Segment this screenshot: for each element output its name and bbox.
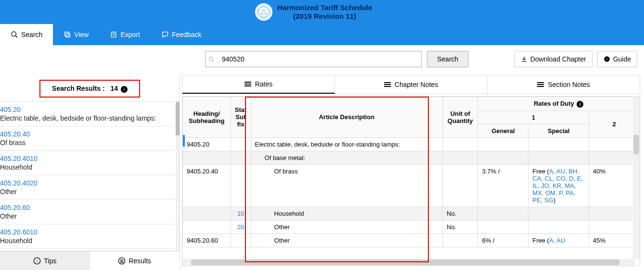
brand: Harmonized Tariff Schedule (2019 Revisio…	[255, 0, 372, 24]
cell-heading: 9405.20	[183, 137, 231, 151]
table-row[interactable]: 9405.20.60 Other 6% / Free (A, AU 45%	[183, 233, 640, 247]
tab-tips-label: Tips	[44, 257, 56, 265]
tab-view-label: View	[74, 31, 89, 38]
cell-col2	[589, 137, 640, 151]
tab-feedback[interactable]: Feedback	[151, 24, 212, 45]
table-row[interactable]: 9405.20.40 Of brass 3.7% / Free (A, AU, …	[183, 164, 640, 207]
list-item[interactable]: 405.20.40 Of brass	[0, 126, 180, 151]
cell-article: Other	[251, 233, 442, 247]
cell-unit	[443, 137, 478, 151]
result-code: 405.20.40	[0, 130, 30, 138]
export-icon	[110, 31, 117, 38]
cell-suffix	[231, 164, 251, 207]
brand-line1: Harmonized Tariff Schedule	[277, 3, 372, 12]
th-one: 1	[478, 110, 589, 124]
tab-section-notes-label: Section Notes	[548, 81, 590, 88]
cell-general: 3.7% /	[478, 164, 528, 207]
left-sidebar: Search Results : 14 i 405.20 Electric ta…	[0, 73, 180, 270]
th-article: Article Description	[251, 97, 442, 138]
download-chapter-label: Download Chapter	[530, 55, 586, 63]
search-results-summary: Search Results : 14 i	[0, 73, 180, 101]
list-item[interactable]: 405.20 Electric table, desk, bedside or …	[0, 102, 180, 126]
result-code: 405.20.6010	[0, 228, 38, 236]
sidebar-scrollbar[interactable]	[176, 102, 180, 251]
download-chapter-button[interactable]: Download Chapter	[515, 51, 592, 67]
cell-col2: 45%	[589, 233, 640, 247]
cell-article: Electric table, desk, bedside or floor-s…	[251, 137, 442, 151]
list-item[interactable]: 405.20.6010 Household	[0, 224, 180, 249]
info-icon: i	[604, 56, 610, 62]
cell-suffix	[231, 137, 251, 151]
svg-line-3	[15, 36, 17, 37]
download-icon	[521, 56, 528, 62]
search-icon	[11, 31, 18, 38]
th-special: Special	[528, 124, 589, 137]
cell-general	[478, 137, 528, 151]
table-row[interactable]: Of base metal:	[183, 151, 640, 164]
tab-section-notes[interactable]: Section Notes	[488, 75, 640, 94]
section-tabs: Rates Chapter Notes Section Notes	[182, 75, 640, 94]
result-desc: Household	[0, 236, 177, 245]
tab-chapter-notes[interactable]: Chapter Notes	[335, 75, 488, 94]
list-item[interactable]: 405.20.4010 Household	[0, 151, 180, 175]
th-unit: Unit of Quantity	[443, 97, 478, 138]
results-list: 405.20 Electric table, desk, bedside or …	[0, 101, 180, 251]
guide-button[interactable]: i Guide	[597, 51, 637, 67]
svg-rect-5	[65, 32, 69, 36]
right-buttons: Download Chapter i Guide	[515, 51, 637, 67]
table-row[interactable]: 10 Household No.	[183, 207, 640, 220]
table-row[interactable]: 9405.20 Electric table, desk, bedside or…	[183, 137, 640, 151]
cell-general: 6% /	[478, 233, 528, 247]
tab-rates[interactable]: Rates	[182, 75, 335, 94]
menu-icon	[245, 82, 251, 86]
result-code: 405.20.60	[0, 204, 30, 211]
tab-tips[interactable]: i Tips	[0, 251, 90, 270]
search-input[interactable]	[219, 51, 421, 67]
feedback-icon	[161, 31, 169, 38]
copy-icon	[64, 31, 71, 38]
list-item[interactable]: 405.20.4020 Other	[0, 175, 180, 200]
cell-unit: No.	[443, 207, 478, 220]
info-icon[interactable]: i	[577, 101, 583, 108]
search-input-icon	[206, 56, 219, 62]
result-code: 405.20	[0, 106, 21, 113]
th-suffix: Stat Suf fix	[231, 97, 251, 138]
cell-special	[528, 137, 589, 151]
menu-icon	[384, 82, 391, 87]
result-desc: Of brass	[0, 138, 177, 147]
result-code: 405.20.4020	[0, 179, 38, 187]
result-desc: Other	[0, 211, 177, 220]
main-panel: Rates Chapter Notes Section Notes Head	[180, 73, 644, 270]
info-icon[interactable]: i	[121, 86, 128, 93]
tab-chapter-notes-label: Chapter Notes	[395, 81, 438, 88]
info-icon: i	[33, 257, 41, 265]
tab-results-label: Results	[129, 257, 151, 265]
menu-icon	[537, 82, 544, 87]
tab-results[interactable]: Results	[90, 251, 180, 270]
cell-special: Free (A, AU	[528, 233, 589, 247]
svg-line-10	[212, 60, 214, 61]
top-header: Harmonized Tariff Schedule (2019 Revisio…	[0, 0, 644, 24]
list-item[interactable]: 405.20.60 Other	[0, 200, 180, 224]
search-results-label: Search Results :	[52, 85, 105, 92]
guide-label: Guide	[613, 55, 631, 63]
horizontal-scrollbar[interactable]	[182, 259, 635, 266]
svg-point-2	[12, 32, 16, 36]
vertical-scrollbar[interactable]	[633, 97, 640, 259]
cell-article: Household	[251, 207, 442, 220]
tab-search[interactable]: Search	[0, 24, 53, 45]
result-desc: Household	[0, 162, 177, 171]
table-row[interactable]: 20 Other No.	[183, 220, 640, 233]
sidebar-bottom-tabs: i Tips Results	[0, 251, 180, 270]
cell-special: Free (A, AU, BH, CA, CL, CO, D, E, IL, J…	[528, 164, 589, 207]
tab-export[interactable]: Export	[99, 24, 150, 45]
tab-view[interactable]: View	[53, 24, 99, 45]
cell-article: Of brass	[251, 164, 442, 207]
special-codes-link[interactable]: A, AU	[549, 237, 565, 244]
search-button[interactable]: Search	[427, 51, 468, 67]
toolbar: Search Download Chapter i Guide	[0, 45, 644, 73]
cell-article: Other	[251, 220, 442, 233]
selected-row-indicator	[183, 135, 185, 147]
tab-feedback-label: Feedback	[172, 31, 201, 38]
tab-rates-label: Rates	[255, 80, 273, 88]
